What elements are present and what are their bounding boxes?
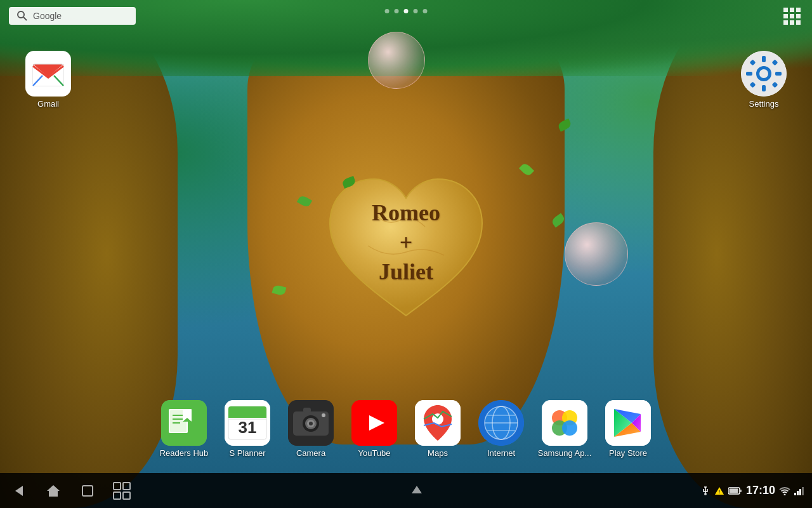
plus-text: + [400, 229, 413, 255]
svg-rect-21 [775, 72, 782, 76]
svg-rect-83 [729, 488, 738, 493]
up-arrow-button[interactable] [409, 482, 424, 500]
top-apps-row: Gmail Settings [0, 32, 812, 128]
svg-text:31: 31 [239, 418, 257, 437]
nav-center [133, 482, 700, 500]
page-dot-2 [395, 9, 399, 13]
signal-icon [794, 486, 804, 495]
camera-icon [288, 400, 334, 446]
svg-rect-75 [114, 492, 121, 499]
play-store-icon [605, 400, 651, 446]
svg-line-1 [23, 17, 27, 20]
svg-rect-46 [303, 408, 311, 413]
svg-rect-18 [762, 56, 766, 62]
svg-rect-74 [123, 483, 130, 490]
svg-rect-73 [114, 483, 121, 490]
google-search-bar[interactable]: Google [9, 7, 136, 25]
screenshot-button[interactable] [110, 479, 133, 502]
svg-marker-71 [47, 485, 60, 497]
status-bar: ! 17:10 [0, 473, 812, 508]
svg-rect-87 [799, 489, 801, 495]
settings-icon [741, 51, 787, 97]
camera-label: Camera [296, 448, 325, 458]
up-arrow-icon [409, 482, 424, 497]
svg-rect-88 [802, 487, 804, 495]
svg-rect-72 [82, 486, 93, 496]
screenshot-icon [113, 482, 131, 500]
app-internet[interactable]: Internet [473, 400, 530, 458]
gmail-app-top[interactable]: Gmail [25, 51, 71, 109]
dock-apps-container: Readers Hub 31 S Planner [143, 400, 669, 458]
dock: Readers Hub 31 S Planner [0, 384, 812, 473]
status-time: 17:10 [746, 484, 775, 497]
juliet-text: Juliet [379, 259, 433, 284]
svg-point-45 [309, 422, 313, 425]
svg-point-78 [704, 493, 707, 495]
svg-point-64 [562, 420, 577, 436]
recents-button[interactable] [76, 479, 99, 502]
settings-label-top: Settings [749, 99, 779, 109]
home-button[interactable] [42, 479, 65, 502]
app-samsung-apps[interactable]: Samsung Ap... [536, 400, 593, 458]
settings-app-top[interactable]: Settings [741, 51, 787, 109]
home-icon [46, 483, 61, 498]
readers-hub-icon [161, 400, 207, 446]
svg-rect-85 [794, 493, 796, 495]
page-dot-5 [423, 9, 428, 13]
svg-rect-6 [790, 14, 794, 18]
svg-rect-20 [746, 72, 752, 76]
svg-point-0 [18, 11, 24, 18]
back-icon [11, 483, 27, 498]
svg-rect-5 [783, 14, 788, 18]
app-maps[interactable]: Maps [409, 400, 466, 458]
svg-rect-4 [796, 8, 801, 12]
svg-rect-76 [123, 492, 130, 499]
svg-rect-9 [790, 20, 794, 25]
usb-icon [700, 486, 710, 496]
svg-marker-70 [15, 486, 23, 496]
app-readers-hub[interactable]: Readers Hub [155, 400, 213, 458]
s-planner-icon: 31 [225, 400, 270, 446]
carving-text: Romeo + Juliet [372, 198, 440, 287]
app-camera[interactable]: Camera [282, 400, 339, 458]
maps-label: Maps [428, 448, 448, 458]
svg-rect-10 [796, 20, 801, 25]
app-youtube[interactable]: YouTube [346, 400, 403, 458]
svg-rect-7 [796, 14, 801, 18]
nav-buttons [8, 479, 133, 502]
app-s-planner[interactable]: 31 S Planner [219, 400, 276, 458]
s-planner-label: S Planner [229, 448, 265, 458]
back-button[interactable] [8, 479, 30, 502]
maps-icon [415, 400, 461, 446]
svg-point-47 [322, 413, 325, 417]
apps-grid-button[interactable] [780, 4, 803, 27]
google-label: Google [33, 11, 62, 21]
play-store-label: Play Store [609, 448, 647, 458]
svg-text:!: ! [719, 489, 721, 495]
svg-rect-86 [797, 491, 799, 495]
gmail-icon [25, 51, 71, 97]
grid-icon [783, 7, 801, 25]
search-icon [16, 10, 28, 22]
samsung-apps-label: Samsung Ap... [538, 448, 592, 458]
gmail-label-top: Gmail [37, 99, 59, 109]
svg-rect-3 [790, 8, 794, 12]
svg-rect-19 [762, 85, 766, 91]
page-dots [385, 9, 428, 13]
recents-icon [80, 483, 95, 498]
page-dot-3 [404, 9, 409, 13]
bubble-2 [565, 222, 628, 286]
page-dot-4 [414, 9, 418, 13]
wifi-icon [779, 486, 790, 495]
app-play-store[interactable]: Play Store [599, 400, 657, 458]
readers-hub-label: Readers Hub [160, 448, 209, 458]
svg-rect-2 [783, 8, 788, 12]
status-right: ! 17:10 [700, 484, 804, 497]
youtube-label: YouTube [358, 448, 390, 458]
romeo-text: Romeo [372, 200, 440, 225]
svg-rect-82 [740, 490, 742, 492]
svg-marker-77 [412, 486, 422, 493]
page-dot-1 [385, 9, 390, 13]
svg-point-84 [784, 493, 786, 495]
top-bar: Google [0, 0, 812, 32]
